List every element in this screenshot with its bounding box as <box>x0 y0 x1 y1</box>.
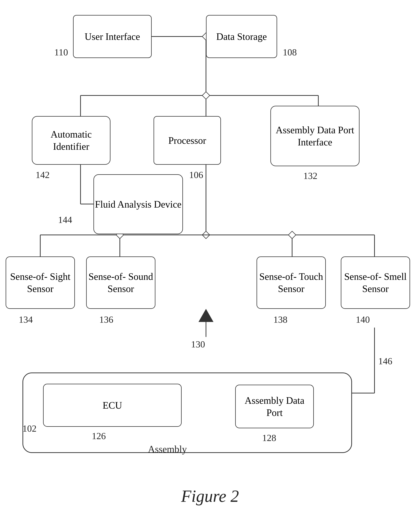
ref-136: 136 <box>99 314 113 325</box>
assembly-data-port-box: Assembly Data Port <box>235 385 314 428</box>
processor-label: Processor <box>168 134 206 147</box>
diagram: User Interface 110 Data Storage 108 Auto… <box>0 0 420 517</box>
ecu-box: ECU <box>43 384 182 427</box>
figure-caption: Figure 2 <box>181 487 239 506</box>
ref-140: 140 <box>356 314 370 325</box>
svg-marker-4 <box>202 92 210 99</box>
fluid-analysis-device-box: Fluid Analysis Device <box>93 174 183 234</box>
sense-touch-label: Sense-of- Touch Sensor <box>257 271 325 295</box>
automatic-identifier-label: Automatic Identifier <box>32 128 110 153</box>
assembly-data-port-interface-label: Assembly Data Port Interface <box>271 124 359 148</box>
sense-sound-box: Sense-of- Sound Sensor <box>86 256 155 309</box>
ref-132: 132 <box>303 170 317 181</box>
processor-box: Processor <box>154 116 221 165</box>
data-storage-label: Data Storage <box>216 30 267 43</box>
data-storage-box: Data Storage <box>206 15 277 58</box>
svg-marker-14 <box>202 231 210 239</box>
assembly-data-port-label: Assembly Data Port <box>236 394 313 419</box>
sense-sight-box: Sense-of- Sight Sensor <box>6 256 75 309</box>
assembly-label: Assembly <box>148 444 187 455</box>
sense-sight-label: Sense-of- Sight Sensor <box>6 271 74 295</box>
sense-sound-label: Sense-of- Sound Sensor <box>87 271 155 295</box>
ref-138: 138 <box>273 314 287 325</box>
ref-110: 110 <box>54 47 68 58</box>
svg-marker-20 <box>288 231 296 239</box>
ref-130: 130 <box>191 339 205 350</box>
ref-144: 144 <box>58 214 72 225</box>
ecu-label: ECU <box>103 399 122 411</box>
ref-128: 128 <box>262 432 276 443</box>
ref-134: 134 <box>19 314 33 325</box>
fluid-analysis-device-label: Fluid Analysis Device <box>95 198 181 210</box>
ref-106: 106 <box>189 170 203 180</box>
user-interface-box: User Interface <box>73 15 152 58</box>
user-interface-label: User Interface <box>85 30 140 43</box>
ref-146: 146 <box>378 356 392 367</box>
ref-142: 142 <box>36 170 50 180</box>
sense-smell-label: Sense-of- Smell Sensor <box>341 271 410 295</box>
automatic-identifier-box: Automatic Identifier <box>32 116 111 165</box>
ref-126: 126 <box>92 430 106 441</box>
ref-102: 102 <box>22 423 37 434</box>
ref-108: 108 <box>283 47 297 58</box>
sense-smell-box: Sense-of- Smell Sensor <box>341 256 410 309</box>
sense-touch-box: Sense-of- Touch Sensor <box>256 256 326 309</box>
assembly-data-port-interface-box: Assembly Data Port Interface <box>270 106 360 166</box>
svg-marker-26 <box>198 309 213 322</box>
